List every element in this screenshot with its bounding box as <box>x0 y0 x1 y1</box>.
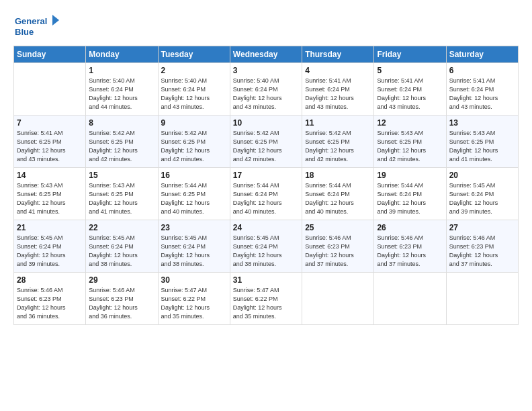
calendar-cell: 18Sunrise: 5:44 AM Sunset: 6:24 PM Dayli… <box>302 168 374 220</box>
day-number: 20 <box>449 171 515 180</box>
calendar-cell <box>374 273 446 325</box>
svg-marker-2 <box>52 15 59 26</box>
day-number: 11 <box>305 118 371 128</box>
day-number: 9 <box>161 118 227 128</box>
day-number: 30 <box>161 275 227 285</box>
weekday-header: Friday <box>374 46 446 63</box>
day-info: Sunrise: 5:42 AM Sunset: 6:25 PM Dayligh… <box>305 129 371 164</box>
day-number: 16 <box>161 171 227 180</box>
calendar-cell: 8Sunrise: 5:42 AM Sunset: 6:25 PM Daylig… <box>86 116 158 168</box>
day-number: 29 <box>89 275 154 285</box>
day-info: Sunrise: 5:46 AM Sunset: 6:23 PM Dayligh… <box>89 286 154 321</box>
day-number: 27 <box>449 223 515 232</box>
calendar-cell: 23Sunrise: 5:45 AM Sunset: 6:24 PM Dayli… <box>158 220 230 273</box>
calendar-cell: 3Sunrise: 5:40 AM Sunset: 6:24 PM Daylig… <box>230 63 302 116</box>
day-info: Sunrise: 5:43 AM Sunset: 6:25 PM Dayligh… <box>89 181 154 216</box>
day-info: Sunrise: 5:45 AM Sunset: 6:24 PM Dayligh… <box>161 234 227 269</box>
day-info: Sunrise: 5:41 AM Sunset: 6:24 PM Dayligh… <box>449 77 515 111</box>
weekday-header: Sunday <box>14 46 86 63</box>
weekday-header: Thursday <box>302 46 374 63</box>
calendar-cell: 4Sunrise: 5:41 AM Sunset: 6:24 PM Daylig… <box>302 63 374 116</box>
weekday-header: Monday <box>86 46 158 63</box>
day-info: Sunrise: 5:45 AM Sunset: 6:24 PM Dayligh… <box>89 234 154 269</box>
calendar-cell: 11Sunrise: 5:42 AM Sunset: 6:25 PM Dayli… <box>302 116 374 168</box>
day-number: 21 <box>17 223 83 232</box>
day-number: 5 <box>377 66 443 75</box>
calendar-week-row: 14Sunrise: 5:43 AM Sunset: 6:25 PM Dayli… <box>14 168 519 220</box>
day-number: 14 <box>17 171 83 180</box>
calendar-header-row: SundayMondayTuesdayWednesdayThursdayFrid… <box>14 46 519 63</box>
day-number: 4 <box>305 66 371 75</box>
day-info: Sunrise: 5:40 AM Sunset: 6:24 PM Dayligh… <box>89 77 154 111</box>
calendar-cell: 26Sunrise: 5:46 AM Sunset: 6:23 PM Dayli… <box>374 220 446 273</box>
calendar-cell <box>446 273 518 325</box>
day-info: Sunrise: 5:46 AM Sunset: 6:23 PM Dayligh… <box>305 234 371 269</box>
day-number: 3 <box>233 66 299 75</box>
calendar-cell: 6Sunrise: 5:41 AM Sunset: 6:24 PM Daylig… <box>446 63 518 116</box>
calendar-cell: 28Sunrise: 5:46 AM Sunset: 6:23 PM Dayli… <box>14 273 86 325</box>
weekday-header: Wednesday <box>230 46 302 63</box>
calendar-cell: 21Sunrise: 5:45 AM Sunset: 6:24 PM Dayli… <box>14 220 86 273</box>
day-info: Sunrise: 5:44 AM Sunset: 6:24 PM Dayligh… <box>305 181 371 216</box>
day-number: 12 <box>377 118 443 128</box>
calendar-cell: 20Sunrise: 5:45 AM Sunset: 6:24 PM Dayli… <box>446 168 518 220</box>
day-number: 22 <box>89 223 154 232</box>
day-number: 6 <box>449 66 515 75</box>
day-number: 18 <box>305 171 371 180</box>
calendar-cell: 31Sunrise: 5:47 AM Sunset: 6:22 PM Dayli… <box>230 273 302 325</box>
calendar-cell: 7Sunrise: 5:41 AM Sunset: 6:25 PM Daylig… <box>14 116 86 168</box>
day-info: Sunrise: 5:43 AM Sunset: 6:25 PM Dayligh… <box>377 129 443 164</box>
day-info: Sunrise: 5:46 AM Sunset: 6:23 PM Dayligh… <box>17 286 83 321</box>
day-info: Sunrise: 5:44 AM Sunset: 6:24 PM Dayligh… <box>377 181 443 216</box>
day-info: Sunrise: 5:41 AM Sunset: 6:24 PM Dayligh… <box>305 77 371 111</box>
day-number: 24 <box>233 223 299 232</box>
day-number: 31 <box>233 275 299 285</box>
calendar-cell: 27Sunrise: 5:46 AM Sunset: 6:23 PM Dayli… <box>446 220 518 273</box>
day-info: Sunrise: 5:43 AM Sunset: 6:25 PM Dayligh… <box>17 181 83 216</box>
calendar-cell: 12Sunrise: 5:43 AM Sunset: 6:25 PM Dayli… <box>374 116 446 168</box>
calendar-cell: 2Sunrise: 5:40 AM Sunset: 6:24 PM Daylig… <box>158 63 230 116</box>
calendar-cell: 15Sunrise: 5:43 AM Sunset: 6:25 PM Dayli… <box>86 168 158 220</box>
calendar-table: SundayMondayTuesdayWednesdayThursdayFrid… <box>13 46 519 325</box>
day-info: Sunrise: 5:41 AM Sunset: 6:24 PM Dayligh… <box>377 77 443 111</box>
calendar-cell: 5Sunrise: 5:41 AM Sunset: 6:24 PM Daylig… <box>374 63 446 116</box>
day-number: 15 <box>89 171 154 180</box>
day-number: 2 <box>161 66 227 75</box>
day-number: 17 <box>233 171 299 180</box>
calendar-cell: 14Sunrise: 5:43 AM Sunset: 6:25 PM Dayli… <box>14 168 86 220</box>
day-info: Sunrise: 5:46 AM Sunset: 6:23 PM Dayligh… <box>377 234 443 269</box>
calendar-cell: 10Sunrise: 5:42 AM Sunset: 6:25 PM Dayli… <box>230 116 302 168</box>
calendar-cell: 24Sunrise: 5:45 AM Sunset: 6:24 PM Dayli… <box>230 220 302 273</box>
calendar-week-row: 21Sunrise: 5:45 AM Sunset: 6:24 PM Dayli… <box>14 220 519 273</box>
day-info: Sunrise: 5:43 AM Sunset: 6:25 PM Dayligh… <box>449 129 515 164</box>
day-number: 23 <box>161 223 227 232</box>
calendar-cell <box>14 63 86 116</box>
day-number: 10 <box>233 118 299 128</box>
day-number: 13 <box>449 118 515 128</box>
calendar-week-row: 1Sunrise: 5:40 AM Sunset: 6:24 PM Daylig… <box>14 63 519 116</box>
day-info: Sunrise: 5:40 AM Sunset: 6:24 PM Dayligh… <box>161 77 227 111</box>
calendar-week-row: 28Sunrise: 5:46 AM Sunset: 6:23 PM Dayli… <box>14 273 519 325</box>
calendar-cell: 29Sunrise: 5:46 AM Sunset: 6:23 PM Dayli… <box>86 273 158 325</box>
day-info: Sunrise: 5:47 AM Sunset: 6:22 PM Dayligh… <box>161 286 227 321</box>
day-info: Sunrise: 5:44 AM Sunset: 6:25 PM Dayligh… <box>161 181 227 216</box>
calendar-cell: 9Sunrise: 5:42 AM Sunset: 6:25 PM Daylig… <box>158 116 230 168</box>
page-header: General Blue <box>13 12 519 39</box>
day-number: 28 <box>17 275 83 285</box>
day-number: 19 <box>377 171 443 180</box>
calendar-cell: 17Sunrise: 5:44 AM Sunset: 6:24 PM Dayli… <box>230 168 302 220</box>
calendar-cell: 22Sunrise: 5:45 AM Sunset: 6:24 PM Dayli… <box>86 220 158 273</box>
calendar-cell: 19Sunrise: 5:44 AM Sunset: 6:24 PM Dayli… <box>374 168 446 220</box>
calendar-cell: 16Sunrise: 5:44 AM Sunset: 6:25 PM Dayli… <box>158 168 230 220</box>
calendar-cell <box>302 273 374 325</box>
day-info: Sunrise: 5:40 AM Sunset: 6:24 PM Dayligh… <box>233 77 299 111</box>
day-number: 1 <box>89 66 154 75</box>
day-info: Sunrise: 5:47 AM Sunset: 6:22 PM Dayligh… <box>233 286 299 321</box>
weekday-header: Tuesday <box>158 46 230 63</box>
weekday-header: Saturday <box>446 46 518 63</box>
svg-text:Blue: Blue <box>15 27 34 37</box>
calendar-cell: 30Sunrise: 5:47 AM Sunset: 6:22 PM Dayli… <box>158 273 230 325</box>
logo: General Blue <box>13 12 60 39</box>
day-info: Sunrise: 5:45 AM Sunset: 6:24 PM Dayligh… <box>449 181 515 216</box>
calendar-cell: 1Sunrise: 5:40 AM Sunset: 6:24 PM Daylig… <box>86 63 158 116</box>
